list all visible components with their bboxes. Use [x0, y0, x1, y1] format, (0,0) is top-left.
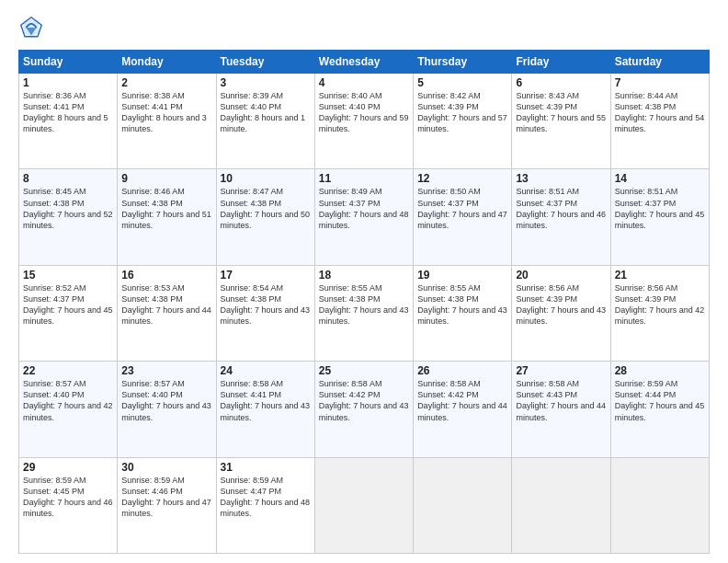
day-info: Sunrise: 8:44 AMSunset: 4:38 PMDaylight:…	[615, 90, 705, 135]
calendar-cell: 2Sunrise: 8:38 AMSunset: 4:41 PMDaylight…	[118, 74, 216, 169]
day-number: 23	[121, 364, 211, 377]
day-info: Sunrise: 8:58 AMSunset: 4:41 PMDaylight:…	[221, 378, 311, 423]
day-number: 28	[615, 364, 705, 377]
day-number: 21	[615, 269, 705, 282]
calendar-cell: 12Sunrise: 8:50 AMSunset: 4:37 PMDayligh…	[414, 169, 512, 265]
calendar-cell: 18Sunrise: 8:55 AMSunset: 4:38 PMDayligh…	[314, 265, 413, 361]
day-number: 5	[417, 76, 507, 89]
calendar-cell: 23Sunrise: 8:57 AMSunset: 4:40 PMDayligh…	[118, 362, 216, 457]
logo	[18, 15, 48, 40]
day-info: Sunrise: 8:43 AMSunset: 4:39 PMDaylight:…	[516, 90, 606, 135]
day-info: Sunrise: 8:42 AMSunset: 4:39 PMDaylight:…	[417, 90, 507, 135]
day-info: Sunrise: 8:58 AMSunset: 4:43 PMDaylight:…	[516, 378, 606, 423]
header	[18, 15, 710, 40]
day-number: 13	[516, 172, 606, 185]
day-info: Sunrise: 8:57 AMSunset: 4:40 PMDaylight:…	[23, 378, 113, 423]
day-info: Sunrise: 8:59 AMSunset: 4:46 PMDaylight:…	[121, 475, 211, 520]
day-number: 26	[417, 364, 507, 377]
col-header-saturday: Saturday	[610, 51, 709, 74]
day-number: 31	[221, 461, 311, 474]
day-number: 11	[319, 172, 409, 185]
page: SundayMondayTuesdayWednesdayThursdayFrid…	[0, 0, 728, 563]
calendar-cell	[512, 457, 610, 553]
day-info: Sunrise: 8:39 AMSunset: 4:40 PMDaylight:…	[221, 90, 311, 135]
week-row-5: 29Sunrise: 8:59 AMSunset: 4:45 PMDayligh…	[19, 457, 710, 553]
day-number: 10	[221, 172, 311, 185]
day-info: Sunrise: 8:52 AMSunset: 4:37 PMDaylight:…	[23, 282, 113, 327]
calendar-cell: 24Sunrise: 8:58 AMSunset: 4:41 PMDayligh…	[216, 362, 314, 457]
calendar-cell	[610, 457, 709, 553]
header-row: SundayMondayTuesdayWednesdayThursdayFrid…	[19, 51, 710, 74]
day-number: 8	[23, 172, 113, 185]
col-header-tuesday: Tuesday	[216, 51, 314, 74]
day-number: 6	[516, 76, 606, 89]
calendar-cell: 6Sunrise: 8:43 AMSunset: 4:39 PMDaylight…	[512, 74, 610, 169]
day-info: Sunrise: 8:57 AMSunset: 4:40 PMDaylight:…	[121, 378, 211, 423]
day-info: Sunrise: 8:47 AMSunset: 4:38 PMDaylight:…	[221, 186, 311, 231]
calendar-cell: 22Sunrise: 8:57 AMSunset: 4:40 PMDayligh…	[19, 362, 118, 457]
calendar-cell: 15Sunrise: 8:52 AMSunset: 4:37 PMDayligh…	[19, 265, 118, 361]
day-info: Sunrise: 8:59 AMSunset: 4:47 PMDaylight:…	[221, 475, 311, 520]
calendar-cell: 10Sunrise: 8:47 AMSunset: 4:38 PMDayligh…	[216, 169, 314, 265]
calendar-cell	[414, 457, 512, 553]
calendar-cell: 7Sunrise: 8:44 AMSunset: 4:38 PMDaylight…	[610, 74, 709, 169]
day-info: Sunrise: 8:56 AMSunset: 4:39 PMDaylight:…	[516, 282, 606, 327]
day-number: 29	[23, 461, 113, 474]
day-info: Sunrise: 8:55 AMSunset: 4:38 PMDaylight:…	[319, 282, 409, 327]
day-info: Sunrise: 8:38 AMSunset: 4:41 PMDaylight:…	[121, 90, 211, 135]
day-number: 1	[23, 76, 113, 89]
calendar-cell: 17Sunrise: 8:54 AMSunset: 4:38 PMDayligh…	[216, 265, 314, 361]
day-info: Sunrise: 8:51 AMSunset: 4:37 PMDaylight:…	[615, 186, 705, 231]
calendar-cell: 28Sunrise: 8:59 AMSunset: 4:44 PMDayligh…	[610, 362, 709, 457]
day-number: 18	[319, 269, 409, 282]
day-info: Sunrise: 8:58 AMSunset: 4:42 PMDaylight:…	[417, 378, 507, 423]
calendar-cell: 30Sunrise: 8:59 AMSunset: 4:46 PMDayligh…	[118, 457, 216, 553]
calendar-cell: 16Sunrise: 8:53 AMSunset: 4:38 PMDayligh…	[118, 265, 216, 361]
col-header-friday: Friday	[512, 51, 610, 74]
day-info: Sunrise: 8:40 AMSunset: 4:40 PMDaylight:…	[319, 90, 409, 135]
col-header-sunday: Sunday	[19, 51, 118, 74]
day-info: Sunrise: 8:55 AMSunset: 4:38 PMDaylight:…	[417, 282, 507, 327]
calendar-cell: 27Sunrise: 8:58 AMSunset: 4:43 PMDayligh…	[512, 362, 610, 457]
calendar-cell: 21Sunrise: 8:56 AMSunset: 4:39 PMDayligh…	[610, 265, 709, 361]
calendar-cell: 9Sunrise: 8:46 AMSunset: 4:38 PMDaylight…	[118, 169, 216, 265]
col-header-wednesday: Wednesday	[314, 51, 413, 74]
calendar-cell: 5Sunrise: 8:42 AMSunset: 4:39 PMDaylight…	[414, 74, 512, 169]
day-info: Sunrise: 8:53 AMSunset: 4:38 PMDaylight:…	[121, 282, 211, 327]
calendar-cell	[314, 457, 413, 553]
calendar-cell: 19Sunrise: 8:55 AMSunset: 4:38 PMDayligh…	[414, 265, 512, 361]
calendar-table: SundayMondayTuesdayWednesdayThursdayFrid…	[18, 50, 710, 554]
day-number: 27	[516, 364, 606, 377]
day-info: Sunrise: 8:59 AMSunset: 4:45 PMDaylight:…	[23, 475, 113, 520]
day-number: 17	[221, 269, 311, 282]
week-row-2: 8Sunrise: 8:45 AMSunset: 4:38 PMDaylight…	[19, 169, 710, 265]
week-row-4: 22Sunrise: 8:57 AMSunset: 4:40 PMDayligh…	[19, 362, 710, 457]
day-number: 25	[319, 364, 409, 377]
day-number: 7	[615, 76, 705, 89]
day-info: Sunrise: 8:56 AMSunset: 4:39 PMDaylight:…	[615, 282, 705, 327]
calendar-cell: 13Sunrise: 8:51 AMSunset: 4:37 PMDayligh…	[512, 169, 610, 265]
logo-icon	[18, 15, 44, 40]
day-number: 22	[23, 364, 113, 377]
day-number: 3	[221, 76, 311, 89]
calendar-cell: 8Sunrise: 8:45 AMSunset: 4:38 PMDaylight…	[19, 169, 118, 265]
day-number: 12	[417, 172, 507, 185]
day-number: 14	[615, 172, 705, 185]
day-info: Sunrise: 8:46 AMSunset: 4:38 PMDaylight:…	[121, 186, 211, 231]
day-info: Sunrise: 8:36 AMSunset: 4:41 PMDaylight:…	[23, 90, 113, 135]
calendar-cell: 3Sunrise: 8:39 AMSunset: 4:40 PMDaylight…	[216, 74, 314, 169]
col-header-thursday: Thursday	[414, 51, 512, 74]
day-info: Sunrise: 8:45 AMSunset: 4:38 PMDaylight:…	[23, 186, 113, 231]
calendar-cell: 26Sunrise: 8:58 AMSunset: 4:42 PMDayligh…	[414, 362, 512, 457]
day-info: Sunrise: 8:58 AMSunset: 4:42 PMDaylight:…	[319, 378, 409, 423]
col-header-monday: Monday	[118, 51, 216, 74]
day-number: 9	[121, 172, 211, 185]
day-number: 15	[23, 269, 113, 282]
calendar-cell: 29Sunrise: 8:59 AMSunset: 4:45 PMDayligh…	[19, 457, 118, 553]
day-number: 24	[221, 364, 311, 377]
day-number: 4	[319, 76, 409, 89]
day-info: Sunrise: 8:59 AMSunset: 4:44 PMDaylight:…	[615, 378, 705, 423]
day-number: 16	[121, 269, 211, 282]
day-info: Sunrise: 8:54 AMSunset: 4:38 PMDaylight:…	[221, 282, 311, 327]
day-number: 2	[121, 76, 211, 89]
